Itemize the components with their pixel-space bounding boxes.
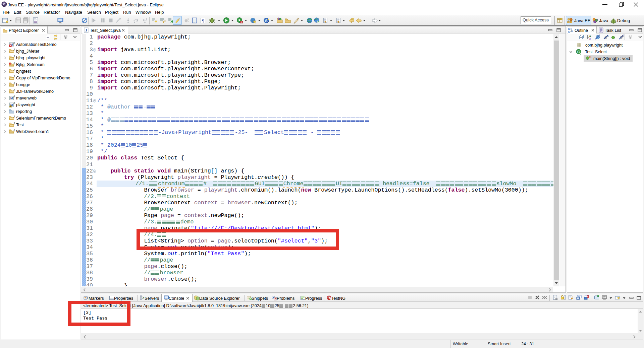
- svg-text:J: J: [596, 18, 598, 21]
- svg-text:z: z: [589, 37, 591, 40]
- svg-text:C: C: [577, 50, 580, 54]
